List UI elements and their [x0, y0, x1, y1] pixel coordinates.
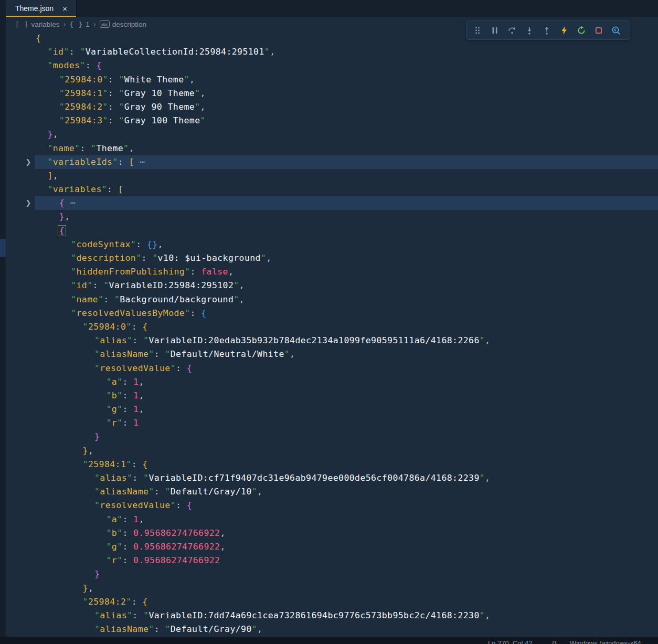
open-devtools-button[interactable]	[608, 23, 623, 37]
tab-close-icon[interactable]: ×	[61, 4, 69, 13]
code-line: "g": 0.95686274766922,	[6, 540, 658, 554]
breadcrumb-label: description	[112, 20, 146, 28]
code-line: "25984:0": "White Theme",	[6, 73, 658, 87]
gripper-icon	[472, 25, 483, 36]
restart-icon	[576, 25, 587, 36]
restart-button[interactable]	[574, 23, 589, 37]
step-out-icon	[542, 25, 552, 36]
code-line: "description": "v10: $ui-background",	[6, 251, 658, 265]
code-line: ],	[6, 169, 658, 183]
devtools-magnifier-icon	[611, 25, 621, 36]
code-line: "alias": "VariableID:7dd74a69c1cea732861…	[6, 609, 658, 622]
pause-icon	[490, 25, 500, 36]
code-line: "codeSyntax": {},	[6, 238, 658, 251]
code-line: "id": "VariableID:25984:295102",	[6, 279, 658, 292]
chevron-right-icon: ›	[93, 20, 96, 28]
step-over-icon	[507, 25, 517, 36]
drag-handle[interactable]	[470, 23, 485, 37]
editor-tab-bar: Theme.json ×	[6, 0, 658, 17]
code-line: "aliasName": "Default/Neutral/White",	[6, 347, 658, 361]
step-into-button[interactable]	[522, 23, 537, 37]
code-line: "g": 1,	[6, 403, 658, 416]
code-line: "25984:2": {	[6, 595, 658, 609]
tab-theme-json[interactable]: Theme.json ×	[6, 0, 77, 17]
code-line: },	[6, 128, 658, 141]
breadcrumb-label: variables	[31, 20, 60, 28]
breadcrumb-label: 1	[86, 20, 90, 28]
code-line: "resolvedValuesByMode": {	[6, 307, 658, 320]
status-bar: Ln 270, Col 42 {} Windows (windows-x64	[0, 637, 658, 644]
stop-icon	[593, 25, 604, 36]
code-editor[interactable]: {"id": "VariableCollectionId:25984:29510…	[6, 31, 658, 637]
device-selector-status[interactable]: Windows (windows-x64	[570, 639, 641, 644]
code-line: "modes": {	[6, 59, 658, 72]
code-line: "r": 0.95686274766922	[6, 554, 658, 567]
step-into-icon	[524, 25, 535, 36]
code-line: "name": "Theme",	[6, 142, 658, 155]
code-line: },	[6, 444, 658, 458]
cursor-position-status[interactable]: Ln 270, Col 42	[488, 639, 552, 644]
code-line: "id": "VariableCollectionId:25984:295101…	[6, 45, 658, 59]
lightning-icon	[559, 25, 569, 36]
code-line: "25984:0": {	[6, 320, 658, 334]
code-line: "alias": "VariableID:cf71f9407dc31e96ab9…	[6, 471, 658, 485]
code-line: "25984:1": {	[6, 458, 658, 471]
tab-title: Theme.json	[15, 4, 54, 13]
pause-button[interactable]	[487, 23, 502, 37]
chevron-right-icon: ›	[63, 20, 66, 28]
array-symbol-icon: [ ]	[15, 20, 29, 28]
code-line: "aliasName": "Default/Gray/90",	[6, 622, 658, 636]
code-line: "hiddenFromPublishing": false,	[6, 265, 658, 279]
code-line: "a": 1,	[6, 375, 658, 389]
code-line: ❯{ ⋯	[6, 196, 658, 210]
fold-chevron-icon[interactable]: ❯	[24, 155, 33, 169]
code-line: "name": "Background/background",	[6, 293, 658, 307]
code-line: "aliasName": "Default/Gray/10",	[6, 485, 658, 499]
object-symbol-icon: { }	[70, 20, 83, 28]
vscode-window: Theme.json × [ ] variables › { } 1 › abc…	[0, 0, 658, 644]
breadcrumb-item-variables[interactable]: [ ] variables	[15, 20, 60, 28]
code-line: }	[6, 567, 658, 581]
breadcrumb-item-description[interactable]: abc description	[100, 20, 146, 28]
code-line: "resolvedValue": {	[6, 499, 658, 512]
language-mode-status[interactable]: {}	[552, 639, 570, 644]
hot-reload-button[interactable]	[556, 23, 571, 37]
code-line: {	[6, 224, 658, 238]
step-over-button[interactable]	[504, 23, 519, 37]
breadcrumb-item-1[interactable]: { } 1	[70, 20, 90, 28]
stop-button[interactable]	[591, 23, 606, 37]
code-line: "25984:3": "Gray 100 Theme"	[6, 114, 658, 128]
code-line: "25984:2": "Gray 90 Theme",	[6, 100, 658, 114]
code-line: },	[6, 210, 658, 224]
code-line: ❯"variableIds": [ ⋯	[6, 155, 658, 169]
code-line: "25984:1": "Gray 10 Theme",	[6, 87, 658, 100]
string-symbol-icon: abc	[100, 20, 110, 28]
code-line: "resolvedValue": {	[6, 362, 658, 375]
left-edge-indicator	[0, 239, 6, 257]
debug-toolbar	[466, 20, 630, 40]
code-line: "b": 1,	[6, 389, 658, 403]
code-line: "b": 0.95686274766922,	[6, 526, 658, 540]
code-line: "r": 1	[6, 416, 658, 430]
code-line: },	[6, 582, 658, 595]
editor-left-edge	[0, 0, 6, 637]
code-line: "alias": "VariableID:20edab35b932b784dec…	[6, 334, 658, 347]
fold-chevron-icon[interactable]: ❯	[24, 196, 33, 210]
code-line: }	[6, 430, 658, 444]
code-line: "a": 1,	[6, 513, 658, 526]
step-out-button[interactable]	[539, 23, 554, 37]
code-line: "variables": [	[6, 183, 658, 196]
